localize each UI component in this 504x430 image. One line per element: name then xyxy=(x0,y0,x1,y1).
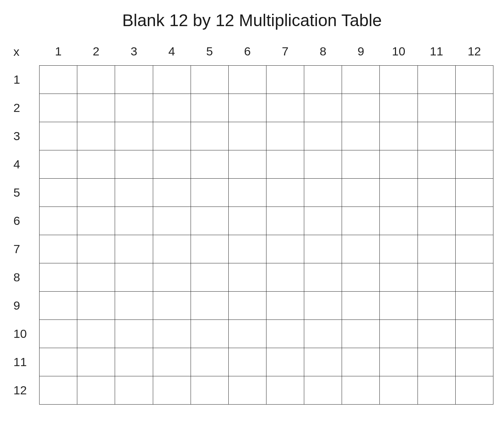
grid-cell xyxy=(380,65,418,94)
grid-cell xyxy=(418,263,455,291)
table-row: 5 xyxy=(11,178,493,207)
grid-cell xyxy=(191,150,228,178)
grid-cell xyxy=(455,348,493,376)
grid-cell xyxy=(153,94,191,122)
grid-cell xyxy=(153,122,191,150)
grid-cell xyxy=(40,178,77,207)
grid-cell xyxy=(266,319,304,348)
grid-cell xyxy=(77,122,115,150)
grid-cell xyxy=(304,376,342,404)
grid-cell xyxy=(266,291,304,319)
col-header: 12 xyxy=(455,44,493,65)
grid-cell xyxy=(418,291,455,319)
grid-cell xyxy=(40,376,77,404)
grid-cell xyxy=(115,235,153,263)
grid-cell xyxy=(191,207,228,235)
row-header: 3 xyxy=(11,122,40,150)
grid-cell xyxy=(115,319,153,348)
grid-cell xyxy=(304,207,342,235)
table-row: 1 xyxy=(11,65,493,94)
grid-cell xyxy=(77,348,115,376)
grid-cell xyxy=(228,65,266,94)
grid-cell xyxy=(380,263,418,291)
grid-cell xyxy=(266,263,304,291)
row-header: 4 xyxy=(11,150,40,178)
col-header: 11 xyxy=(418,44,455,65)
grid-cell xyxy=(455,263,493,291)
row-header: 2 xyxy=(11,94,40,122)
multiplication-table: x 1 2 3 4 5 6 7 8 9 10 11 12 12345678910… xyxy=(11,44,493,405)
grid-cell xyxy=(153,235,191,263)
grid-cell xyxy=(40,348,77,376)
grid-cell xyxy=(380,122,418,150)
table-row: 8 xyxy=(11,263,493,291)
grid-cell xyxy=(153,291,191,319)
grid-cell xyxy=(455,235,493,263)
table-row: 12 xyxy=(11,376,493,404)
grid-cell xyxy=(115,207,153,235)
grid-cell xyxy=(228,122,266,150)
table-row: 11 xyxy=(11,348,493,376)
grid-cell xyxy=(342,122,380,150)
grid-cell xyxy=(115,376,153,404)
page-title: Blank 12 by 12 Multiplication Table xyxy=(11,11,493,30)
grid-cell xyxy=(153,150,191,178)
grid-cell xyxy=(342,376,380,404)
grid-cell xyxy=(153,348,191,376)
col-header: 7 xyxy=(266,44,304,65)
grid-cell xyxy=(266,235,304,263)
grid-cell xyxy=(266,122,304,150)
grid-cell xyxy=(342,235,380,263)
table-row: 6 xyxy=(11,207,493,235)
row-header: 6 xyxy=(11,207,40,235)
grid-cell xyxy=(418,94,455,122)
grid-cell xyxy=(455,150,493,178)
grid-cell xyxy=(304,348,342,376)
col-header: 4 xyxy=(153,44,191,65)
grid-cell xyxy=(304,291,342,319)
grid-cell xyxy=(266,348,304,376)
row-header: 11 xyxy=(11,348,40,376)
grid-cell xyxy=(342,65,380,94)
grid-cell xyxy=(342,150,380,178)
grid-cell xyxy=(153,207,191,235)
grid-cell xyxy=(304,319,342,348)
grid-cell xyxy=(40,319,77,348)
grid-cell xyxy=(77,65,115,94)
grid-cell xyxy=(115,94,153,122)
grid-cell xyxy=(191,65,228,94)
col-header: 1 xyxy=(40,44,77,65)
grid-cell xyxy=(418,235,455,263)
grid-cell xyxy=(455,94,493,122)
grid-cell xyxy=(228,94,266,122)
grid-cell xyxy=(40,65,77,94)
row-header: 1 xyxy=(11,65,40,94)
grid-cell xyxy=(153,65,191,94)
col-header: 2 xyxy=(77,44,115,65)
grid-cell xyxy=(191,319,228,348)
grid-cell xyxy=(40,150,77,178)
row-header: 5 xyxy=(11,178,40,207)
grid-cell xyxy=(455,122,493,150)
grid-cell xyxy=(418,178,455,207)
grid-cell xyxy=(191,348,228,376)
grid-cell xyxy=(191,122,228,150)
col-header: 10 xyxy=(380,44,418,65)
grid-cell xyxy=(191,376,228,404)
grid-cell xyxy=(304,263,342,291)
grid-cell xyxy=(40,94,77,122)
grid-cell xyxy=(418,376,455,404)
grid-cell xyxy=(342,348,380,376)
grid-cell xyxy=(455,178,493,207)
grid-cell xyxy=(304,235,342,263)
grid-cell xyxy=(418,319,455,348)
row-header: 8 xyxy=(11,263,40,291)
table-row: 2 xyxy=(11,94,493,122)
grid-cell xyxy=(266,94,304,122)
grid-cell xyxy=(342,319,380,348)
grid-cell xyxy=(153,263,191,291)
grid-cell xyxy=(266,65,304,94)
grid-cell xyxy=(191,178,228,207)
grid-cell xyxy=(342,178,380,207)
col-header: 9 xyxy=(342,44,380,65)
